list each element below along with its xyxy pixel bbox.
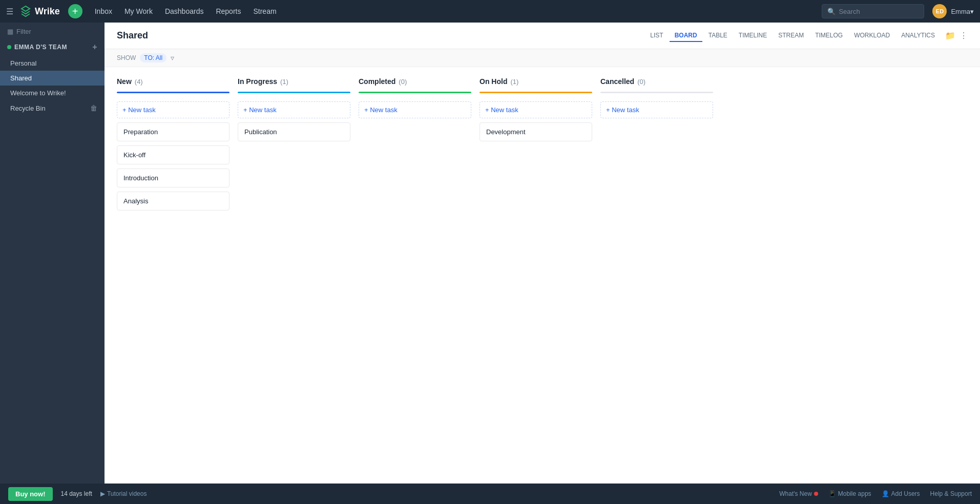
- task-card[interactable]: Analysis: [117, 192, 230, 211]
- column-count-in-progress: (1): [280, 78, 288, 86]
- filter-badge[interactable]: TO: All: [140, 53, 166, 62]
- play-icon: ▶: [100, 490, 105, 497]
- board-area: New (4) + New taskPreparationKick-offInt…: [105, 67, 980, 484]
- column-new: New (4) + New taskPreparationKick-offInt…: [117, 77, 230, 211]
- add-user-icon: 👤: [882, 490, 889, 497]
- username[interactable]: Emma▾: [951, 8, 974, 15]
- add-button[interactable]: +: [68, 4, 82, 18]
- content-header: Shared LIST BOARD TABLE TIMELINE STREAM …: [105, 23, 980, 49]
- tutorial-link[interactable]: ▶ Tutorial videos: [100, 490, 147, 497]
- page-title: Shared: [117, 30, 645, 41]
- column-bar-on-hold: [479, 92, 592, 93]
- search-box[interactable]: 🔍: [822, 4, 924, 18]
- show-label: SHOW: [117, 54, 136, 61]
- main-layout: ▦ Filter EMMA D'S TEAM + Personal Shared…: [0, 23, 980, 484]
- team-add-icon[interactable]: +: [92, 43, 97, 52]
- content-toolbar: SHOW TO: All ▿: [105, 49, 980, 67]
- mobile-apps-link[interactable]: 📱 Mobile apps: [828, 490, 871, 497]
- search-input[interactable]: [839, 8, 919, 15]
- trash-icon: 🗑: [90, 104, 97, 112]
- mobile-icon: 📱: [828, 490, 836, 497]
- task-card[interactable]: Development: [479, 122, 592, 141]
- column-count-completed: (0): [399, 78, 407, 86]
- whats-new-badge: [814, 492, 818, 496]
- task-card[interactable]: Publication: [238, 122, 350, 141]
- nav-dashboards[interactable]: Dashboards: [161, 5, 208, 17]
- whats-new-link[interactable]: What's New: [779, 490, 818, 497]
- column-header-cancelled: Cancelled (0): [600, 77, 713, 86]
- avatar: ED: [932, 4, 947, 18]
- new-task-btn-completed[interactable]: + New task: [359, 101, 471, 118]
- column-count-on-hold: (1): [510, 78, 518, 86]
- nav-inbox[interactable]: Inbox: [91, 5, 116, 17]
- tab-workload[interactable]: WORKLOAD: [849, 30, 895, 42]
- view-extras[interactable]: 📁 ⋮: [945, 31, 968, 40]
- sidebar-item-personal[interactable]: Personal: [0, 56, 105, 71]
- task-card[interactable]: Preparation: [117, 122, 230, 141]
- topnav: ☰ Wrike + Inbox My Work Dashboards Repor…: [0, 0, 980, 23]
- team-status-dot: [7, 45, 11, 49]
- column-bar-cancelled: [600, 92, 713, 93]
- task-card[interactable]: Introduction: [117, 169, 230, 187]
- tab-analytics[interactable]: ANALYTICS: [896, 30, 940, 42]
- sidebar-item-shared[interactable]: Shared: [0, 71, 105, 86]
- filter-icon: ▦: [7, 28, 13, 35]
- tab-board[interactable]: BOARD: [670, 30, 702, 42]
- days-left: 14 days left: [61, 490, 92, 497]
- column-header-on-hold: On Hold (1): [479, 77, 592, 86]
- column-bar-in-progress: [238, 92, 350, 93]
- column-header-completed: Completed (0): [359, 77, 471, 86]
- tab-timeline[interactable]: TIMELINE: [734, 30, 772, 42]
- view-tabs: LIST BOARD TABLE TIMELINE STREAM TIMELOG…: [645, 30, 968, 42]
- help-support-link[interactable]: Help & Support: [930, 490, 972, 497]
- column-title-on-hold: On Hold: [479, 77, 507, 86]
- task-card[interactable]: Kick-off: [117, 145, 230, 164]
- menu-icon[interactable]: ☰: [6, 7, 13, 16]
- column-title-cancelled: Cancelled: [600, 77, 634, 86]
- team-header: EMMA D'S TEAM +: [0, 38, 105, 56]
- more-icon[interactable]: ⋮: [960, 31, 968, 40]
- column-bar-new: [117, 92, 230, 93]
- tab-stream[interactable]: STREAM: [773, 30, 809, 42]
- column-bar-completed: [359, 92, 471, 93]
- folder-icon[interactable]: 📁: [945, 31, 955, 40]
- nav-mywork[interactable]: My Work: [120, 5, 157, 17]
- column-on-hold: On Hold (1) + New taskDevelopment: [479, 77, 592, 141]
- new-task-btn-cancelled[interactable]: + New task: [600, 101, 713, 118]
- tab-list[interactable]: LIST: [645, 30, 668, 42]
- column-title-new: New: [117, 77, 132, 86]
- new-task-btn-on-hold[interactable]: + New task: [479, 101, 592, 118]
- bottom-bar: Buy now! 14 days left ▶ Tutorial videos …: [0, 484, 980, 504]
- sidebar: ▦ Filter EMMA D'S TEAM + Personal Shared…: [0, 23, 105, 484]
- add-users-link[interactable]: 👤 Add Users: [882, 490, 920, 497]
- column-in-progress: In Progress (1) + New taskPublication: [238, 77, 350, 141]
- sidebar-item-welcome[interactable]: Welcome to Wrike!: [0, 86, 105, 100]
- tab-table[interactable]: TABLE: [703, 30, 733, 42]
- search-icon: 🔍: [827, 8, 836, 15]
- column-header-in-progress: In Progress (1): [238, 77, 350, 86]
- column-title-in-progress: In Progress: [238, 77, 277, 86]
- column-title-completed: Completed: [359, 77, 395, 86]
- column-count-new: (4): [135, 78, 143, 86]
- column-cancelled: Cancelled (0) + New task: [600, 77, 713, 118]
- content-area: Shared LIST BOARD TABLE TIMELINE STREAM …: [105, 23, 980, 484]
- filter-button[interactable]: ▦ Filter: [0, 23, 105, 38]
- buy-button[interactable]: Buy now!: [8, 487, 53, 501]
- nav-stream[interactable]: Stream: [249, 5, 280, 17]
- tab-timelog[interactable]: TIMELOG: [810, 30, 848, 42]
- column-completed: Completed (0) + New task: [359, 77, 471, 118]
- column-header-new: New (4): [117, 77, 230, 86]
- new-task-btn-new[interactable]: + New task: [117, 101, 230, 118]
- column-count-cancelled: (0): [637, 78, 645, 86]
- logo: Wrike: [19, 5, 60, 17]
- sidebar-item-recycle[interactable]: Recycle Bin 🗑: [0, 100, 105, 116]
- bottom-right: What's New 📱 Mobile apps 👤 Add Users Hel…: [779, 490, 972, 497]
- nav-reports[interactable]: Reports: [212, 5, 245, 17]
- logo-text: Wrike: [35, 6, 60, 17]
- new-task-btn-in-progress[interactable]: + New task: [238, 101, 350, 118]
- filter-icon[interactable]: ▿: [171, 54, 174, 62]
